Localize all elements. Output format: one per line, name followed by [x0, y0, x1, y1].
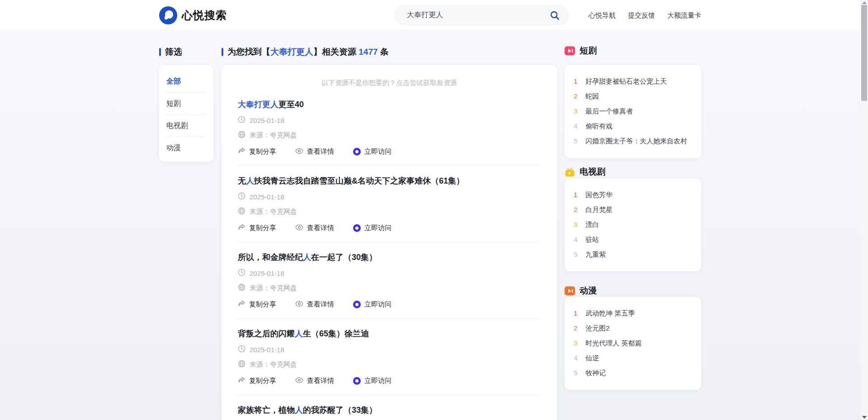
- topnav-link-3[interactable]: 大额流量卡: [667, 11, 701, 20]
- logo[interactable]: 心悦搜索: [159, 6, 227, 24]
- search-icon[interactable]: [549, 10, 560, 21]
- result-item-4: 背叛之后的闪耀人生（65集）徐兰迪2025-01-18来源：夸克网盘复制分享查看…: [238, 328, 541, 395]
- rank-number: 3: [574, 107, 581, 116]
- visit-now-button[interactable]: 立即访问: [353, 300, 392, 309]
- share-icon: [238, 376, 245, 385]
- rank-label: 漂白: [585, 220, 599, 229]
- rank-item[interactable]: 2蛇园: [574, 92, 692, 101]
- rank-header-短剧: 短剧: [565, 45, 597, 57]
- rank-item[interactable]: 5九重紫: [574, 250, 692, 259]
- rank-label: 最后一个修真者: [585, 107, 633, 116]
- globe-icon: [238, 207, 245, 216]
- rank-title: 短剧: [580, 45, 597, 57]
- rank-title: 动漫: [580, 285, 597, 297]
- view-detail-button[interactable]: 查看详情: [295, 300, 334, 309]
- rank-number: 2: [574, 324, 581, 333]
- play-pink-icon: [565, 46, 580, 56]
- top-nav: 心悦导航提交反馈大额流量卡: [589, 0, 701, 31]
- rank-card-短剧: 1好孕甜妻被钻石老公宠上天2蛇园3最后一个修真者4偷听有戏5闪婚京圈太子爷：夫人…: [565, 65, 701, 158]
- rank-number: 1: [574, 77, 581, 86]
- search-bar[interactable]: [395, 5, 569, 25]
- results-header: 为您找到【大奉打更人】相关资源 1477 条: [222, 46, 389, 58]
- result-date: 2025-01-18: [238, 345, 541, 354]
- result-source: 来源：夸克网盘: [238, 131, 541, 140]
- rank-label: 蛇园: [585, 92, 599, 101]
- results-keyword: 大奉打更人: [270, 47, 313, 57]
- copy-share-button[interactable]: 复制分享: [238, 300, 276, 309]
- rank-label: 牧神记: [585, 368, 606, 378]
- rank-number: 2: [574, 205, 581, 214]
- result-title[interactable]: 大奉打更人更至40: [238, 99, 541, 110]
- topnav-link-1[interactable]: 心悦导航: [589, 11, 616, 20]
- rank-label: 好孕甜妻被钻石老公宠上天: [585, 77, 667, 86]
- rank-title: 电视剧: [580, 166, 605, 178]
- view-detail-button[interactable]: 查看详情: [295, 224, 334, 232]
- rank-item[interactable]: 1武动乾坤 第五季: [574, 309, 692, 318]
- visit-icon: [353, 301, 361, 308]
- copy-share-button[interactable]: 复制分享: [238, 376, 276, 385]
- result-item-2: 无人扶我青云志我自踏雪至山巅&名动天下之家事难休（61集）2025-01-18来…: [238, 175, 541, 242]
- filter-title: 筛选: [165, 46, 182, 58]
- rank-item[interactable]: 3时光代理人 英都篇: [574, 339, 692, 348]
- filter-item-3[interactable]: 电视剧: [166, 115, 206, 137]
- visit-now-button[interactable]: 立即访问: [353, 147, 392, 156]
- rank-item[interactable]: 4偷听有戏: [574, 122, 692, 131]
- visit-icon: [353, 148, 361, 156]
- scroll-down-arrow[interactable]: [862, 416, 867, 419]
- rank-card-动漫: 1武动乾坤 第五季2沧元图23时光代理人 英都篇4仙逆5牧神记: [565, 297, 701, 390]
- visit-now-button[interactable]: 立即访问: [353, 377, 392, 385]
- filter-item-4[interactable]: 动漫: [166, 137, 206, 159]
- copy-share-button[interactable]: 复制分享: [238, 223, 276, 232]
- accent-bar: [222, 48, 223, 56]
- result-date: 2025-01-18: [238, 269, 541, 278]
- result-title[interactable]: 所以，和金牌经纪人在一起了（30集）: [238, 252, 541, 263]
- result-item-3: 所以，和金牌经纪人在一起了（30集）2025-01-18来源：夸克网盘复制分享查…: [238, 252, 541, 319]
- rank-item[interactable]: 2沧元图2: [574, 324, 692, 333]
- scroll-up-arrow[interactable]: [862, 1, 867, 4]
- result-title[interactable]: 无人扶我青云志我自踏雪至山巅&名动天下之家事难休（61集）: [238, 175, 541, 186]
- eye-icon: [295, 377, 303, 385]
- results-count: 1477: [359, 47, 377, 57]
- view-detail-button[interactable]: 查看详情: [295, 147, 334, 156]
- rank-label: 驻站: [585, 235, 599, 244]
- filter-item-2[interactable]: 短剧: [166, 93, 206, 115]
- visit-now-button[interactable]: 立即访问: [353, 224, 392, 232]
- rank-number: 4: [574, 122, 581, 131]
- rank-item[interactable]: 3最后一个修真者: [574, 107, 692, 116]
- clock-icon: [238, 345, 245, 354]
- rank-item[interactable]: 5闪婚京圈太子爷：夫人她来自农村: [574, 137, 692, 146]
- rank-number: 3: [574, 339, 581, 348]
- tv-yellow-icon: [565, 167, 580, 177]
- scrollbar[interactable]: [860, 0, 868, 420]
- rank-label: 时光代理人 英都篇: [585, 339, 642, 348]
- rank-label: 仙逆: [585, 354, 599, 363]
- result-title[interactable]: 背叛之后的闪耀人生（65集）徐兰迪: [238, 328, 541, 339]
- view-detail-button[interactable]: 查看详情: [295, 377, 334, 385]
- share-icon: [238, 147, 245, 156]
- rank-item[interactable]: 1国色芳华: [574, 190, 692, 199]
- rank-number: 5: [574, 137, 581, 146]
- rank-item[interactable]: 4仙逆: [574, 354, 692, 363]
- rank-item[interactable]: 1好孕甜妻被钻石老公宠上天: [574, 77, 692, 86]
- copy-share-button[interactable]: 复制分享: [238, 147, 276, 156]
- scrollbar-thumb[interactable]: [861, 5, 867, 101]
- search-input[interactable]: [407, 11, 549, 19]
- rank-item[interactable]: 2白月梵星: [574, 205, 692, 214]
- rank-item[interactable]: 4驻站: [574, 235, 692, 244]
- rank-label: 武动乾坤 第五季: [585, 309, 635, 318]
- rank-item[interactable]: 5牧神记: [574, 368, 692, 378]
- result-source: 来源：夸克网盘: [238, 360, 541, 369]
- topnav-link-2[interactable]: 提交反馈: [628, 11, 655, 20]
- eye-icon: [295, 148, 303, 156]
- filter-item-1[interactable]: 全部: [166, 71, 206, 93]
- filter-header: 筛选: [159, 46, 182, 58]
- result-title[interactable]: 家族将亡，植物人的我苏醒了（33集）: [238, 405, 541, 415]
- results-title: 为您找到【大奉打更人】相关资源 1477 条: [227, 46, 389, 58]
- rank-item[interactable]: 3漂白: [574, 220, 692, 229]
- rank-label: 白月梵星: [585, 205, 613, 214]
- rank-number: 4: [574, 354, 581, 363]
- globe-icon: [238, 283, 245, 293]
- visit-icon: [353, 224, 361, 232]
- globe-icon: [238, 131, 245, 140]
- refresh-notice[interactable]: 以下资源不是你想要的？点击尝试获取新资源: [238, 79, 541, 87]
